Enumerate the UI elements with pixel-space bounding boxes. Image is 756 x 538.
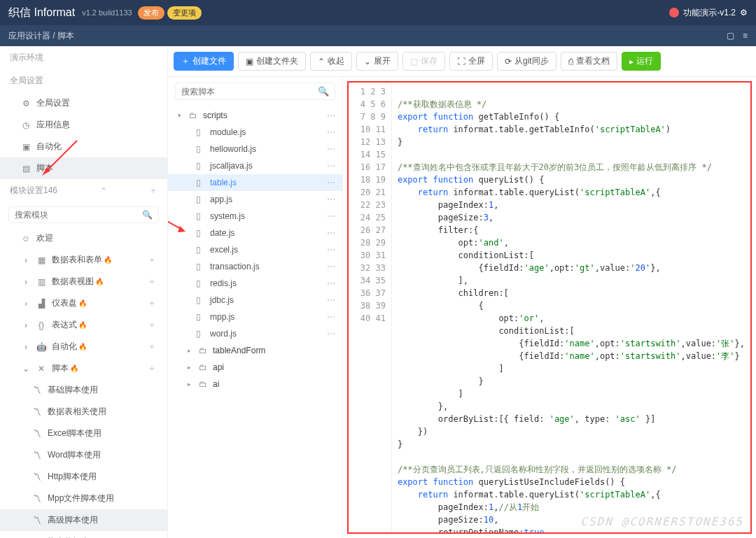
new-file-button[interactable]: ＋ 创建文件 [174, 52, 234, 71]
expand-button[interactable]: ⌄ 展开 [356, 52, 398, 71]
collapse-button[interactable]: ⌃ 收起 [310, 52, 352, 71]
braces-icon: {} [36, 320, 46, 330]
line-gutter: 1 2 3 4 5 6 7 8 9 10 11 12 13 14 15 16 1… [349, 83, 392, 532]
chart-line-icon: 〽 [32, 494, 42, 504]
file-tree-panel: 🔍 ▾🗀scripts⋯▯module.js⋯▯helloworld.js⋯▯j… [168, 77, 343, 538]
module-search[interactable]: 🔍 [8, 206, 159, 223]
sub-basic[interactable]: 〽基础脚本使用 [0, 379, 167, 401]
file-date-js[interactable]: ▯date.js⋯ [168, 225, 342, 241]
left-sidebar: 演示环境 全局设置 ⚙全局设置 ◷应用信息 ▣自动化 ▤脚本 模块设置146⌃＋… [0, 46, 168, 538]
publish-button[interactable]: 发布 [138, 6, 164, 20]
script-icon: ▤ [21, 164, 31, 174]
search-icon: 🔍 [318, 86, 329, 97]
nav-tableview[interactable]: ›▥数据表视图＋ [0, 271, 167, 292]
sub-header: 应用设计器 / 脚本 ▢ ≡ [0, 25, 756, 46]
file-table-js[interactable]: ▯table.js⋯ [168, 174, 342, 191]
fullscreen-button[interactable]: ⛶ 全屏 [449, 52, 493, 71]
module-add-icon[interactable]: ＋ [149, 185, 158, 197]
nav-datatable[interactable]: ›▦数据表和表单＋ [0, 249, 167, 271]
demo-label: 功能演示-v1.2 [683, 7, 736, 19]
chevron-icon: › [21, 299, 31, 309]
module-collapse-icon[interactable]: ⌃ [100, 186, 107, 196]
info-icon: ◷ [21, 120, 31, 130]
file-jscalljava-js[interactable]: ▯jscalljava.js⋯ [168, 157, 342, 174]
file-app-js[interactable]: ▯app.js⋯ [168, 191, 342, 208]
chevron-icon: › [21, 320, 31, 330]
run-button[interactable]: ▸ 运行 [622, 52, 661, 71]
logo: 织信 Informat [8, 6, 75, 20]
code-editor[interactable]: 1 2 3 4 5 6 7 8 9 10 11 12 13 14 15 16 1… [347, 81, 752, 534]
sub-dt[interactable]: 〽数据表相关使用 [0, 401, 167, 423]
section-modules: 模块设置146⌃＋ [0, 179, 167, 202]
sub-word[interactable]: 〽Word脚本使用 [0, 444, 167, 466]
nav-script2[interactable]: ⌄✕脚本＋ [0, 358, 167, 379]
file-helloworld-js[interactable]: ▯helloworld.js⋯ [168, 141, 342, 157]
chart-line-icon: 〽 [32, 516, 42, 525]
version-label: v1.2 build1133 [82, 8, 132, 17]
file-transaction-js[interactable]: ▯transaction.js⋯ [168, 258, 342, 275]
file-word-js[interactable]: ▯word.js⋯ [168, 325, 342, 342]
chart-line-icon: 〽 [32, 451, 42, 460]
sub-mpp[interactable]: 〽Mpp文件脚本使用 [0, 488, 167, 509]
file-system-js[interactable]: ▯system.js⋯ [168, 208, 342, 225]
folder-tableAndForm[interactable]: ▸🗀tableAndForm [168, 342, 342, 359]
nav-expression[interactable]: ›{}表达式＋ [0, 314, 167, 336]
sub-http[interactable]: 〽Http脚本使用 [0, 466, 167, 488]
nav-global-settings[interactable]: ⚙全局设置 [0, 92, 167, 114]
robot-icon: 🤖 [36, 342, 46, 352]
file-mpp-js[interactable]: ▯mpp.js⋯ [168, 309, 342, 325]
module-search-input[interactable] [15, 210, 142, 220]
tree-search-input[interactable] [181, 87, 318, 97]
chart-line-icon: 〽 [32, 385, 42, 395]
add-icon[interactable]: ＋ [148, 254, 156, 266]
chart-line-icon: 〽 [32, 407, 42, 417]
chart-line-icon: 〽 [32, 472, 42, 482]
folder-scripts[interactable]: ▾🗀scripts⋯ [168, 107, 342, 124]
editor-toolbar: ＋ 创建文件 ▣ 创建文件夹 ⌃ 收起 ⌄ 展开 ▢ 保存 ⛶ 全屏 ⟳ 从gi… [168, 46, 756, 77]
smile-icon: ☺ [21, 234, 31, 243]
code-content[interactable]: /**获取数据表信息 */ export function getTableIn… [392, 83, 750, 532]
settings-icon[interactable]: ⚙ [740, 8, 748, 17]
nav-app-info[interactable]: ◷应用信息 [0, 114, 167, 136]
sub-adv[interactable]: 〽高级脚本使用 [0, 509, 167, 531]
chevron-down-icon: ⌄ [21, 364, 31, 374]
folder-ai[interactable]: ▸🗀ai [168, 376, 342, 392]
change-button[interactable]: 变更项 [167, 6, 202, 20]
chart-icon: ▟ [36, 299, 46, 309]
breadcrumb: 应用设计器 / 脚本 [8, 30, 74, 42]
file-module-js[interactable]: ▯module.js⋯ [168, 124, 342, 141]
automation-icon: ▣ [21, 142, 31, 152]
top-bar: 织信 Informat v1.2 build1133 发布 变更项 功能演示-v… [0, 0, 756, 25]
nav-script[interactable]: ▤脚本 [0, 157, 167, 179]
file-redis-js[interactable]: ▯redis.js⋯ [168, 275, 342, 292]
list-icon[interactable]: ≡ [743, 31, 748, 41]
view-icon: ▥ [36, 277, 46, 287]
sub-excel[interactable]: 〽Excel脚本使用 [0, 423, 167, 444]
file-jdbc-js[interactable]: ▯jdbc.js⋯ [168, 292, 342, 309]
gear-icon: ⚙ [21, 99, 31, 108]
nav-dashboard[interactable]: ›▟仪表盘＋ [0, 292, 167, 314]
tree-search[interactable]: 🔍 [175, 83, 335, 100]
x-icon: ✕ [36, 364, 46, 374]
status-dot-icon [669, 8, 679, 17]
table-icon: ▦ [36, 255, 46, 265]
chevron-icon: › [21, 255, 31, 265]
new-folder-button[interactable]: ▣ 创建文件夹 [238, 52, 306, 71]
layout-icon[interactable]: ▢ [727, 31, 734, 41]
nav-automation[interactable]: ▣自动化 [0, 136, 167, 157]
nav-automation2[interactable]: ›🤖自动化＋ [0, 336, 167, 358]
file-tree: ▾🗀scripts⋯▯module.js⋯▯helloworld.js⋯▯jsc… [168, 106, 342, 538]
save-button[interactable]: ▢ 保存 [402, 52, 445, 71]
git-sync-button[interactable]: ⟳ 从git同步 [497, 52, 556, 71]
section-demo-env: 演示环境 [0, 46, 167, 69]
section-global: 全局设置 [0, 69, 167, 92]
chart-line-icon: 〽 [32, 429, 42, 439]
code-editor-panel: 1 2 3 4 5 6 7 8 9 10 11 12 13 14 15 16 1… [343, 77, 756, 538]
file-excel-js[interactable]: ▯excel.js⋯ [168, 241, 342, 258]
view-doc-button[interactable]: ⎙ 查看文档 [561, 52, 617, 71]
nav-welcome[interactable]: ☺欢迎 [0, 227, 167, 249]
search-icon: 🔍 [142, 210, 153, 220]
chevron-icon: › [21, 277, 31, 287]
sub-tableA[interactable]: ▦脚本数据表A [0, 531, 167, 538]
folder-api[interactable]: ▸🗀api [168, 359, 342, 376]
